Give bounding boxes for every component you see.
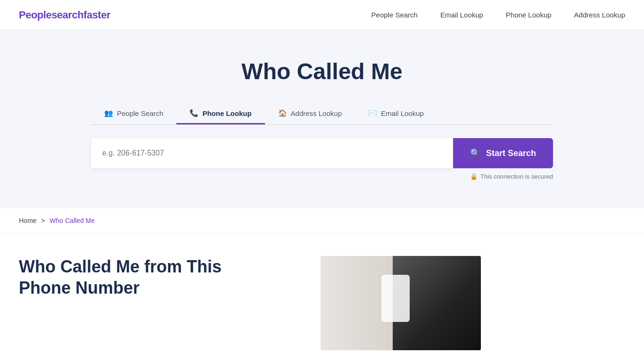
breadcrumb-current: Who Called Me	[50, 217, 95, 224]
tab-address-lookup-label: Address Lookup	[291, 109, 342, 117]
tab-email-lookup-label: Email Lookup	[381, 109, 424, 117]
content-image	[321, 256, 481, 350]
nav-people-search[interactable]: People Search	[372, 11, 418, 19]
breadcrumb-home[interactable]: Home	[19, 217, 36, 224]
tab-people-search[interactable]: 👥 People Search	[91, 103, 176, 124]
home-icon: 🏠	[278, 109, 287, 117]
search-tabs: 👥 People Search 📞 Phone Lookup 🏠 Address…	[91, 103, 553, 125]
search-area: 🔍 Start Search	[91, 138, 553, 168]
secure-note: 🔒 This connection is secured	[91, 173, 553, 180]
content-section: Who Called Me from This Phone Number	[0, 233, 644, 362]
nav-email-lookup[interactable]: Email Lookup	[440, 11, 483, 19]
nav-address-lookup[interactable]: Address Lookup	[574, 11, 625, 19]
tab-phone-lookup-label: Phone Lookup	[202, 109, 251, 117]
tab-address-lookup[interactable]: 🏠 Address Lookup	[265, 103, 355, 124]
content-heading-line2: Phone Number	[19, 278, 140, 297]
content-text: Who Called Me from This Phone Number	[19, 256, 292, 298]
people-icon: 👥	[104, 109, 113, 117]
hero-title: Who Called Me	[241, 58, 402, 84]
breadcrumb: Home > Who Called Me	[0, 208, 644, 233]
start-search-label: Start Search	[486, 148, 536, 158]
secure-text: This connection is secured	[480, 173, 553, 180]
tab-people-search-label: People Search	[117, 109, 163, 117]
search-icon: 🔍	[470, 148, 480, 158]
nav-links: People Search Email Lookup Phone Lookup …	[372, 11, 625, 19]
start-search-button[interactable]: 🔍 Start Search	[453, 138, 553, 168]
hero-section: Who Called Me 👥 People Search 📞 Phone Lo…	[0, 30, 644, 208]
tab-email-lookup[interactable]: ✉️ Email Lookup	[355, 103, 437, 124]
tab-phone-lookup[interactable]: 📞 Phone Lookup	[176, 103, 264, 124]
envelope-icon: ✉️	[368, 109, 377, 117]
content-heading: Who Called Me from This Phone Number	[19, 256, 292, 298]
image-phone-shape	[381, 275, 410, 322]
nav-phone-lookup[interactable]: Phone Lookup	[506, 11, 552, 19]
breadcrumb-separator: >	[41, 217, 45, 224]
brand-logo[interactable]: Peoplesearchfaster	[19, 9, 110, 21]
phone-icon: 📞	[190, 109, 198, 117]
navbar: Peoplesearchfaster People Search Email L…	[0, 0, 644, 30]
phone-search-input[interactable]	[91, 138, 453, 168]
content-heading-line1: Who Called Me from This	[19, 257, 222, 276]
lock-icon: 🔒	[470, 173, 478, 180]
